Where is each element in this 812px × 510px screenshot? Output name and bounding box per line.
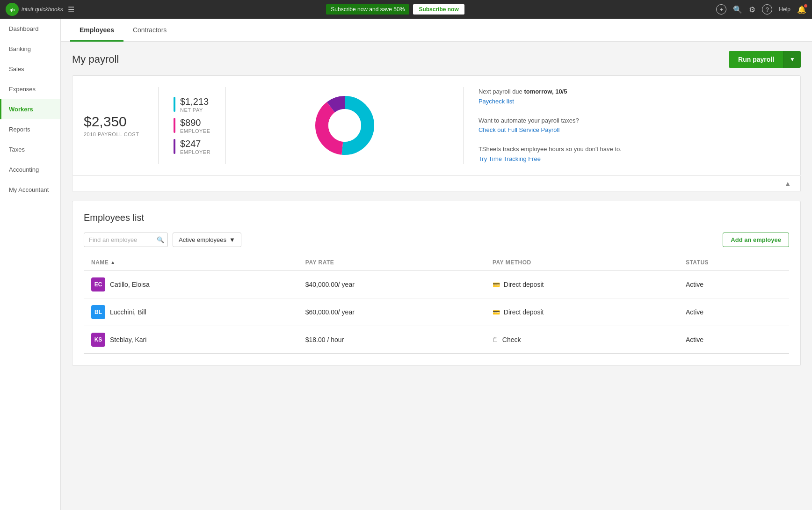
employee-name: Steblay, Kari xyxy=(110,336,146,343)
employee-avatar: EC xyxy=(91,277,105,291)
subscribe-area: Subscribe now and save 50% Subscribe now xyxy=(74,4,717,15)
time-tracking-link[interactable]: Try Time Tracking Free xyxy=(478,154,789,164)
sidebar-item-expenses[interactable]: Expenses xyxy=(0,79,60,99)
toolbar-left: 🔍 Active employees ▼ xyxy=(84,233,241,247)
employee-pay-rate: $60,000.00/ year xyxy=(298,298,485,326)
collapse-button[interactable]: ▲ xyxy=(783,178,793,189)
main-content: Employees Contractors My payroll Run pay… xyxy=(61,19,812,510)
tab-employees[interactable]: Employees xyxy=(70,19,123,42)
active-employees-filter[interactable]: Active employees ▼ xyxy=(173,233,241,247)
search-input[interactable] xyxy=(84,233,168,247)
svg-point-5 xyxy=(328,109,361,142)
top-nav-right: + 🔍 ⚙ ? Help 🔔 xyxy=(716,4,806,15)
logo[interactable]: qb intuit quickbooks xyxy=(6,3,63,16)
sidebar-item-sales[interactable]: Sales xyxy=(0,59,60,79)
run-payroll-btn-group: Run payroll ▼ xyxy=(729,51,801,68)
employee-name: Lucchini, Bill xyxy=(110,308,146,316)
payroll-info-section: Next payroll due tomorrow, 10/5 Paycheck… xyxy=(464,87,789,164)
col-header-status: STATUS xyxy=(678,255,789,271)
employee-name-cell: BL Lucchini, Bill xyxy=(84,298,298,326)
table-row[interactable]: EC Catillo, Eloisa $40,000.00/ year 💳 Di… xyxy=(84,270,789,298)
employees-table-body: EC Catillo, Eloisa $40,000.00/ year 💳 Di… xyxy=(84,270,789,354)
employees-list-toolbar: 🔍 Active employees ▼ Add an employee xyxy=(84,233,789,247)
full-service-payroll-link[interactable]: Check out Full Service Payroll xyxy=(478,125,789,135)
payroll-total-amount: $2,350 xyxy=(84,114,143,130)
breakdown-label-employer: EMPLOYER xyxy=(180,149,210,155)
sidebar-item-taxes[interactable]: Taxes xyxy=(0,139,60,160)
pay-method-icon: 🗒 xyxy=(493,336,499,343)
subscribe-banner: Subscribe now and save 50% xyxy=(326,4,409,15)
top-nav: qb intuit quickbooks ☰ Subscribe now and… xyxy=(0,0,812,19)
breakdown-employee: $890 EMPLOYEE xyxy=(174,117,210,134)
add-employee-button[interactable]: Add an employee xyxy=(723,233,789,247)
employee-name-cell: KS Steblay, Kari xyxy=(84,326,298,354)
employee-pay-rate: $18.00 / hour xyxy=(298,326,485,354)
hamburger-menu[interactable]: ☰ xyxy=(68,5,74,14)
sidebar-item-my-accountant[interactable]: My Accountant xyxy=(0,180,60,200)
employee-pay-method: 🗒 Check xyxy=(485,326,678,354)
help-label: Help xyxy=(779,6,790,13)
automate-text: Want to automate your payroll taxes? xyxy=(478,117,579,124)
breakdown-amount-employer: $247 xyxy=(180,138,210,149)
breakdown-amount-employee: $890 xyxy=(180,117,210,128)
employee-status: Active xyxy=(678,270,789,298)
employee-name: Catillo, Eloisa xyxy=(110,281,150,288)
paycheck-list-link[interactable]: Paycheck list xyxy=(478,97,789,107)
payroll-chart-section xyxy=(226,87,464,164)
search-icon[interactable]: 🔍 xyxy=(733,5,742,14)
payroll-cost-section: $2,350 2018 PAYROLL COST xyxy=(84,87,159,164)
tsheets-text: TSheets tracks employee hours so you don… xyxy=(478,146,622,153)
sidebar-item-banking[interactable]: Banking xyxy=(0,39,60,59)
next-payroll-info: Next payroll due tomorrow, 10/5 Paycheck… xyxy=(478,87,789,107)
payroll-header: My payroll Run payroll ▼ xyxy=(72,51,801,68)
table-row[interactable]: KS Steblay, Kari $18.00 / hour 🗒 Check A… xyxy=(84,326,789,354)
employee-name-cell: EC Catillo, Eloisa xyxy=(84,270,298,298)
col-header-pay-method: PAY METHOD xyxy=(485,255,678,271)
run-payroll-button[interactable]: Run payroll xyxy=(729,51,783,68)
col-header-pay-rate: PAY RATE xyxy=(298,255,485,271)
next-payroll-text: Next payroll due xyxy=(478,88,522,95)
breakdown-net-pay: $1,213 NET PAY xyxy=(174,96,210,113)
tabs-bar: Employees Contractors xyxy=(61,19,812,42)
page-body: My payroll Run payroll ▼ $2,350 2018 PAY… xyxy=(61,42,812,375)
automate-taxes-info: Want to automate your payroll taxes? Che… xyxy=(478,116,789,136)
collapse-bar: ▲ xyxy=(72,176,801,191)
breakdown-amount-net: $1,213 xyxy=(180,96,209,107)
filter-label: Active employees xyxy=(179,236,226,243)
search-wrap: 🔍 xyxy=(84,233,168,247)
gear-icon[interactable]: ⚙ xyxy=(749,5,755,14)
col-header-name: NAME ▲ xyxy=(84,255,298,271)
app-layout: Dashboard Banking Sales Expenses Workers… xyxy=(0,19,812,510)
breakdown-employer: $247 EMPLOYER xyxy=(174,138,210,155)
sidebar-item-workers[interactable]: Workers xyxy=(0,99,60,119)
logo-icon: qb xyxy=(6,3,19,16)
add-icon[interactable]: + xyxy=(716,4,726,15)
sidebar-item-reports[interactable]: Reports xyxy=(0,119,60,139)
donut-chart xyxy=(312,93,377,158)
sidebar-item-accounting[interactable]: Accounting xyxy=(0,160,60,180)
employees-list-card: Employees list 🔍 Active employees ▼ Add … xyxy=(72,201,801,366)
sidebar: Dashboard Banking Sales Expenses Workers… xyxy=(0,19,61,510)
notification-dot xyxy=(804,4,807,7)
help-icon[interactable]: ? xyxy=(762,4,772,15)
pay-method-icon: 💳 xyxy=(493,309,500,316)
subscribe-button[interactable]: Subscribe now xyxy=(413,4,464,15)
employee-avatar: BL xyxy=(91,305,105,319)
employee-status: Active xyxy=(678,326,789,354)
sort-arrow-name[interactable]: ▲ xyxy=(110,260,115,265)
employee-pay-rate: $40,000.00/ year xyxy=(298,270,485,298)
logo-text: intuit quickbooks xyxy=(22,6,63,13)
breakdown-label-net: NET PAY xyxy=(180,107,209,113)
payroll-summary-card: $2,350 2018 PAYROLL COST $1,213 NET PAY xyxy=(72,75,801,176)
search-icon: 🔍 xyxy=(157,236,164,243)
tab-contractors[interactable]: Contractors xyxy=(123,19,176,42)
employees-list-title: Employees list xyxy=(84,212,789,223)
notifications-bell[interactable]: 🔔 xyxy=(797,5,806,14)
table-row[interactable]: BL Lucchini, Bill $60,000.00/ year 💳 Dir… xyxy=(84,298,789,326)
breakdown-dot-employee xyxy=(174,118,175,133)
svg-text:qb: qb xyxy=(10,7,15,12)
sidebar-item-dashboard[interactable]: Dashboard xyxy=(0,19,60,39)
employee-status: Active xyxy=(678,298,789,326)
employees-table: NAME ▲ PAY RATE PAY METHOD xyxy=(84,255,789,354)
run-payroll-dropdown[interactable]: ▼ xyxy=(783,51,801,68)
